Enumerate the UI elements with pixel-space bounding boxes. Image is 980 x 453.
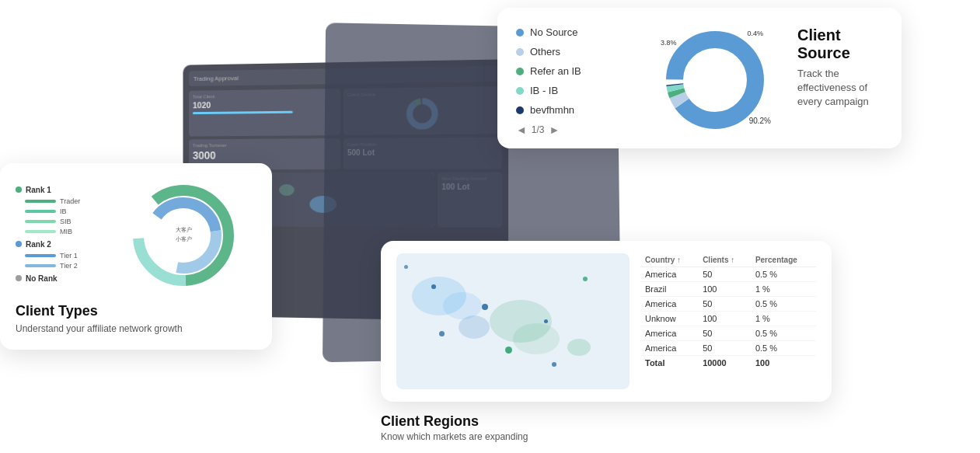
col-header-country: Country ↑ bbox=[640, 253, 698, 267]
bg-dash-title: Trading Approval bbox=[194, 75, 239, 82]
cell-country-6: Total bbox=[640, 356, 698, 371]
svg-text:大客户: 大客户 bbox=[176, 227, 192, 232]
prev-page-arrow[interactable]: ◄ bbox=[516, 124, 527, 136]
source-text-section: Client Source Track the effectiveness of… bbox=[790, 23, 883, 136]
client-types-card: Rank 1 Trader IB SIB MIB Rank 2 bbox=[0, 163, 272, 350]
bg-value-turnover: 3000 bbox=[193, 148, 337, 162]
types-inner: Rank 1 Trader IB SIB MIB Rank 2 bbox=[16, 177, 256, 294]
svg-point-8 bbox=[685, 51, 745, 110]
table-row: America500.5 % bbox=[640, 341, 816, 356]
label-902: 90.2% bbox=[749, 117, 771, 125]
cell-percentage-1: 1 % bbox=[751, 282, 816, 297]
legend-label-ibib: IB - IB bbox=[530, 85, 558, 96]
types-tier1: Tier 1 bbox=[25, 252, 101, 260]
cell-clients-4: 50 bbox=[698, 326, 751, 341]
table-row: America500.5 % bbox=[640, 326, 816, 341]
types-mib: MIB bbox=[25, 228, 101, 235]
client-source-card: No Source Others Refer an IB IB - IB bev… bbox=[497, 8, 902, 148]
rank2-text: Rank 2 bbox=[26, 240, 51, 249]
legend-label-referib: Refer an IB bbox=[530, 65, 581, 77]
ib-bar bbox=[25, 210, 56, 213]
cell-clients-3: 100 bbox=[698, 312, 751, 326]
rank1-label: Rank 1 bbox=[16, 186, 101, 194]
source-pagination: ◄ 1/3 ► bbox=[516, 124, 640, 136]
cell-country-4: America bbox=[640, 326, 698, 341]
table-row: Brazil1001 % bbox=[640, 282, 816, 297]
label-38: 3.8% bbox=[661, 39, 677, 47]
cell-country-3: Unknow bbox=[640, 312, 698, 326]
types-donut-chart: 大客户 小客户 bbox=[110, 177, 256, 294]
legend-item-nosource: No Source bbox=[516, 26, 640, 38]
table-row: America500.5 % bbox=[640, 297, 816, 312]
map-dot-6 bbox=[583, 277, 588, 281]
map-background bbox=[396, 253, 630, 389]
tier1-bar bbox=[25, 254, 56, 257]
cell-percentage-3: 1 % bbox=[751, 312, 816, 326]
types-sib: SIB bbox=[25, 218, 101, 225]
legend-label-nosource: No Source bbox=[530, 26, 577, 38]
cell-clients-5: 50 bbox=[698, 341, 751, 356]
rank1-text: Rank 1 bbox=[26, 186, 51, 194]
bg-label-turnover: Trading Turnover bbox=[193, 142, 337, 148]
tier2-label: Tier 2 bbox=[60, 262, 78, 270]
sib-bar bbox=[25, 220, 56, 223]
types-description: Understand your affiliate network growth bbox=[16, 322, 256, 336]
map-blob-6 bbox=[567, 339, 591, 356]
svg-text:小客户: 小客户 bbox=[176, 236, 192, 242]
rank2-dot bbox=[16, 241, 22, 247]
cell-clients-0: 50 bbox=[698, 267, 751, 282]
rank2-label: Rank 2 bbox=[16, 240, 101, 249]
mib-bar bbox=[25, 230, 56, 233]
source-legend: No Source Others Refer an IB IB - IB bev… bbox=[516, 23, 640, 136]
legend-dot-ibib bbox=[516, 87, 524, 95]
table-row: Total10000100 bbox=[640, 356, 816, 371]
map-dot-1 bbox=[431, 284, 436, 289]
types-tier2: Tier 2 bbox=[25, 262, 101, 270]
svg-point-13 bbox=[162, 214, 205, 257]
bg-metric-value-1: 1020 bbox=[193, 99, 337, 110]
trader-bar bbox=[25, 200, 56, 203]
source-donut-chart: 0.4% 3.8% 90.2% bbox=[653, 23, 777, 136]
map-blob-5 bbox=[459, 315, 490, 339]
source-title: Client Source bbox=[797, 26, 883, 62]
sib-label: SIB bbox=[60, 218, 71, 225]
types-footer: Client Types Understand your affiliate n… bbox=[16, 303, 256, 336]
regions-footer: Client Regions Know which markets are ex… bbox=[381, 413, 528, 442]
client-regions-card: Country ↑ Clients ↑ Percentage America50… bbox=[381, 241, 832, 402]
next-page-arrow[interactable]: ► bbox=[549, 124, 560, 136]
map-dot-5 bbox=[505, 347, 512, 354]
legend-dot-bevfhmhn bbox=[516, 106, 524, 114]
types-legend: Rank 1 Trader IB SIB MIB Rank 2 bbox=[16, 186, 101, 286]
types-donut-svg: 大客户 小客户 bbox=[125, 177, 242, 294]
regions-title: Client Regions bbox=[381, 413, 528, 430]
ib-label: IB bbox=[60, 207, 67, 215]
legend-item-referib: Refer an IB bbox=[516, 65, 640, 77]
tier1-label: Tier 1 bbox=[60, 252, 78, 260]
regions-map bbox=[396, 253, 630, 389]
bg-metric-label-1: Total Client bbox=[193, 92, 337, 99]
cell-country-0: America bbox=[640, 267, 698, 282]
cell-country-1: Brazil bbox=[640, 282, 698, 297]
map-blob-4 bbox=[513, 323, 560, 354]
label-04: 0.4% bbox=[747, 30, 763, 37]
source-description: Track the effectiveness of every campaig… bbox=[797, 67, 883, 110]
mib-label: MIB bbox=[60, 228, 72, 235]
legend-label-bevfhmhn: bevfhmhn bbox=[530, 104, 574, 116]
regions-description: Know which markets are expanding bbox=[381, 431, 528, 442]
col-header-percentage: Percentage bbox=[751, 253, 816, 267]
legend-label-others: Others bbox=[530, 46, 560, 57]
cell-clients-1: 100 bbox=[698, 282, 751, 297]
table-row: America500.5 % bbox=[640, 267, 816, 282]
types-trader: Trader bbox=[25, 197, 101, 205]
types-title: Client Types bbox=[16, 303, 256, 319]
cell-clients-6: 10000 bbox=[698, 356, 751, 371]
norank-label: No Rank bbox=[16, 274, 101, 283]
regions-table-section: Country ↑ Clients ↑ Percentage America50… bbox=[640, 253, 816, 389]
map-dot-8 bbox=[552, 362, 556, 367]
map-dot-2 bbox=[482, 304, 488, 310]
cell-percentage-2: 0.5 % bbox=[751, 297, 816, 312]
cell-percentage-4: 0.5 % bbox=[751, 326, 816, 341]
cell-country-5: America bbox=[640, 341, 698, 356]
norank-dot bbox=[16, 275, 22, 281]
legend-item-others: Others bbox=[516, 46, 640, 57]
